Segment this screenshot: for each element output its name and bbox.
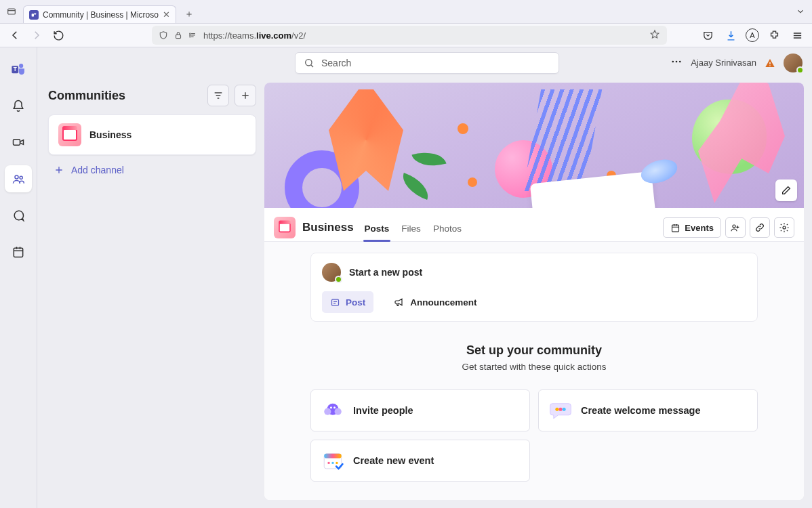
invite-people-label: Invite people <box>353 405 413 416</box>
communities-button[interactable] <box>5 165 32 192</box>
community-item-business[interactable]: Business <box>48 114 256 155</box>
close-tab-icon[interactable]: ✕ <box>163 9 170 20</box>
welcome-message-icon <box>548 398 573 423</box>
invite-members-button[interactable] <box>725 217 746 238</box>
teams-logo-icon[interactable]: T <box>5 56 32 83</box>
svg-point-10 <box>676 61 678 63</box>
svg-point-11 <box>679 61 681 63</box>
svg-point-27 <box>335 408 342 415</box>
svg-point-19 <box>20 176 22 179</box>
search-placeholder: Search <box>321 58 351 68</box>
tab-files[interactable]: Files <box>401 214 421 241</box>
svg-point-32 <box>563 408 566 411</box>
compose-box: Start a new post Post Announcement <box>310 253 758 322</box>
add-channel-button[interactable]: Add channel <box>48 155 256 185</box>
back-button[interactable] <box>7 27 23 43</box>
address-bar[interactable]: https://teams.live.com/v2/ <box>152 26 667 45</box>
tab-posts[interactable]: Posts <box>365 214 390 241</box>
svg-point-7 <box>190 37 190 37</box>
add-community-button[interactable] <box>235 85 256 106</box>
create-event-label: Create new event <box>353 455 434 466</box>
invite-people-card[interactable]: Invite people <box>310 389 530 431</box>
settings-button[interactable] <box>774 217 794 238</box>
add-channel-label: Add channel <box>71 165 124 175</box>
browser-tab-title: Community | Business | Microso <box>43 10 159 20</box>
pocket-icon[interactable] <box>699 27 716 43</box>
shield-icon <box>159 30 168 40</box>
create-event-card[interactable]: Create new event <box>310 440 530 482</box>
community-banner <box>264 83 804 208</box>
communities-sidebar: Communities Business Add channel <box>37 47 264 508</box>
calendar-button[interactable] <box>5 238 32 266</box>
events-label: Events <box>685 223 714 233</box>
new-tab-button[interactable]: ＋ <box>180 5 198 23</box>
account-icon[interactable]: A <box>746 28 759 42</box>
user-name: Ajaay Srinivasan <box>691 58 756 68</box>
more-options-button[interactable] <box>670 56 683 70</box>
tab-photos[interactable]: Photos <box>433 214 462 241</box>
presence-available <box>796 66 804 74</box>
reload-button[interactable] <box>50 27 66 43</box>
events-button[interactable]: Events <box>663 217 721 238</box>
svg-point-26 <box>324 408 331 415</box>
svg-text:T: T <box>14 66 17 72</box>
compose-avatar <box>322 263 341 282</box>
post-type-announcement[interactable]: Announcement <box>386 291 485 313</box>
svg-point-22 <box>733 225 735 228</box>
browser-tab[interactable]: Community | Business | Microso ✕ <box>23 5 176 23</box>
filter-button[interactable] <box>207 85 229 106</box>
svg-point-35 <box>327 462 329 464</box>
more-icon <box>670 56 683 68</box>
post-icon <box>330 297 340 308</box>
svg-point-2 <box>34 12 36 14</box>
svg-rect-24 <box>332 299 339 305</box>
bookmark-star-icon[interactable] <box>649 29 660 42</box>
svg-point-6 <box>190 35 190 35</box>
recent-tabs-icon[interactable] <box>4 4 19 19</box>
start-post-label[interactable]: Start a new post <box>349 267 422 278</box>
activity-button[interactable] <box>5 92 32 119</box>
permissions-icon[interactable] <box>188 30 198 40</box>
forward-button <box>28 27 45 43</box>
extensions-icon[interactable] <box>766 27 782 43</box>
megaphone-icon <box>394 297 405 308</box>
downloads-icon[interactable] <box>723 27 739 43</box>
setup-subheading: Get started with these quick actions <box>310 362 758 372</box>
svg-point-36 <box>331 462 333 464</box>
app-menu-icon[interactable] <box>789 27 805 43</box>
edit-banner-button[interactable] <box>775 179 797 201</box>
svg-point-9 <box>672 61 674 63</box>
svg-rect-4 <box>176 35 181 38</box>
search-input[interactable]: Search <box>295 52 559 74</box>
user-avatar[interactable] <box>784 54 803 72</box>
svg-rect-0 <box>8 9 16 14</box>
calendar-small-icon <box>670 223 681 233</box>
search-icon <box>304 58 314 68</box>
warning-icon[interactable] <box>765 58 775 68</box>
svg-rect-34 <box>324 454 342 459</box>
svg-point-30 <box>555 408 559 411</box>
welcome-message-label: Create welcome message <box>581 405 701 416</box>
sidebar-title: Communities <box>48 89 125 103</box>
svg-rect-17 <box>14 140 20 145</box>
svg-point-23 <box>783 226 786 229</box>
svg-point-8 <box>306 59 312 65</box>
plus-icon <box>54 165 64 175</box>
svg-point-29 <box>333 406 336 408</box>
setup-heading: Set up your community <box>310 343 758 358</box>
chat-button[interactable] <box>5 202 32 229</box>
post-label: Post <box>346 297 365 308</box>
community-avatar-icon <box>58 123 81 146</box>
svg-point-37 <box>336 462 338 464</box>
welcome-message-card[interactable]: Create welcome message <box>538 389 758 431</box>
svg-rect-13 <box>769 65 770 66</box>
meet-button[interactable] <box>5 129 32 156</box>
app-rail: T <box>0 47 37 508</box>
post-type-post[interactable]: Post <box>322 291 373 313</box>
tabs-dropdown-icon[interactable] <box>793 4 808 19</box>
svg-point-16 <box>19 64 23 68</box>
copy-link-button[interactable] <box>750 217 770 238</box>
svg-point-28 <box>330 406 332 408</box>
svg-rect-12 <box>769 62 770 64</box>
svg-point-5 <box>190 33 190 34</box>
